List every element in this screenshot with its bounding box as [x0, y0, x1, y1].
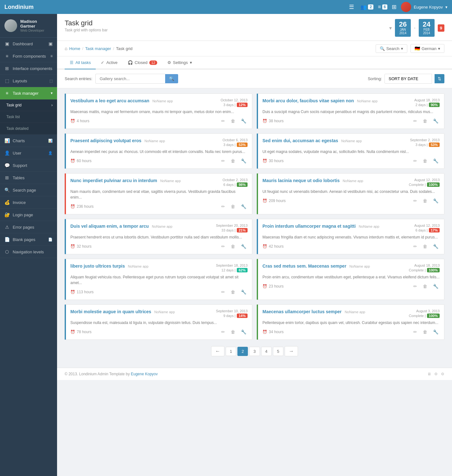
search-submit-button[interactable]: 🔍: [165, 74, 178, 83]
apps-icon[interactable]: ⊞: [392, 3, 397, 10]
task-delete-btn-8[interactable]: 🗑: [229, 289, 236, 295]
task-settings-btn-3[interactable]: 🔧: [432, 158, 440, 164]
sorting-toggle-button[interactable]: ⇅: [435, 74, 444, 83]
task-edit-btn-0[interactable]: ✏: [220, 118, 226, 124]
task-settings-btn-0[interactable]: 🔧: [240, 118, 248, 124]
task-meta-8: September 18, 2013 12 days | 62%: [216, 263, 248, 272]
footer-author-link[interactable]: Eugene Kopyov: [131, 372, 158, 376]
sidebar-item-dashboard[interactable]: ▣ Dashboard ▣: [0, 38, 57, 50]
task-edit-btn-8[interactable]: ✏: [220, 289, 226, 295]
sidebar-item-navigation[interactable]: ⬡ Navigation levels: [0, 246, 57, 258]
date-arrow-left[interactable]: ▾: [389, 25, 392, 31]
sorting-select[interactable]: SORT BY DATE SORT BY NAME SORT BY PRIORI…: [384, 74, 432, 84]
footer-monitor-icon[interactable]: 🖥: [427, 372, 431, 376]
task-title-7[interactable]: Proin interdum ullamcorper magna et sagi…: [262, 224, 356, 229]
footer-settings-icon[interactable]: ⚙: [434, 372, 438, 376]
task-settings-btn-5[interactable]: 🔧: [432, 198, 440, 204]
task-edit-btn-2[interactable]: ✏: [220, 158, 226, 164]
task-title-0[interactable]: Vestibulum a leo eget arcu accumsan: [70, 98, 149, 103]
next-page-button[interactable]: →: [285, 346, 298, 356]
sidebar-item-invoice[interactable]: 💰 Invoice: [0, 196, 57, 209]
sidebar-item-layouts[interactable]: ⬚ Layouts ⬚: [0, 75, 57, 87]
sidebar-item-support[interactable]: 💬 Support: [0, 159, 57, 172]
sidebar-item-task-grid[interactable]: Task grid ›: [0, 99, 57, 111]
task-title-5[interactable]: Mauris lacinia neque ut odio lobortis: [262, 178, 339, 183]
sidebar-item-form[interactable]: ≡ Form components ≡: [0, 50, 57, 62]
sidebar-item-error[interactable]: ⚠ Error pages: [0, 221, 57, 233]
task-delete-btn-5[interactable]: 🗑: [422, 198, 429, 204]
task-delete-btn-9[interactable]: 🗑: [422, 283, 429, 289]
sidebar-item-charts[interactable]: 📊 Charts 📊: [0, 135, 57, 147]
list-badge-group[interactable]: ≡ 6: [378, 4, 387, 10]
task-title-9[interactable]: Cras sed metus sem. Maecenas semper: [262, 263, 346, 269]
task-title-2[interactable]: Praesent adipiscing volutpat eros: [70, 138, 141, 143]
task-edit-btn-4[interactable]: ✏: [220, 203, 226, 210]
sidebar-item-search-page[interactable]: 🔍 Search page: [0, 184, 57, 196]
task-card-header-6: Duis vel aliquam enim, a tempor arcu NoN…: [70, 224, 248, 232]
task-title-4[interactable]: Nunc imperdiet pulvinar arcu in interdum: [70, 178, 157, 183]
task-footer-10: ⏰ 78 hours ✏ 🗑 🔧: [70, 329, 248, 335]
language-button[interactable]: 🇩🇪 German ▾: [410, 44, 444, 53]
users-badge-group[interactable]: 👥 2: [360, 4, 373, 10]
menu-icon[interactable]: ☰: [349, 3, 354, 10]
prev-page-button[interactable]: ←: [211, 346, 224, 356]
page-5-button[interactable]: 5: [273, 347, 283, 356]
sidebar-item-task-detailed[interactable]: Task detailed: [0, 123, 57, 135]
task-edit-btn-5[interactable]: ✏: [412, 198, 418, 204]
sidebar-item-tables[interactable]: ⊞ Tables: [0, 172, 57, 184]
task-edit-btn-3[interactable]: ✏: [412, 158, 418, 164]
page-1-button[interactable]: 1: [226, 347, 236, 356]
task-title-10[interactable]: Morbi molestie augue in quam ultrices: [70, 309, 151, 314]
task-delete-btn-11[interactable]: 🗑: [422, 329, 429, 335]
sidebar-item-blank[interactable]: 📄 Blank pages 📄: [0, 233, 57, 246]
page-3-button[interactable]: 3: [249, 347, 260, 356]
tab-active[interactable]: ✓ Active: [96, 56, 122, 69]
task-delete-btn-3[interactable]: 🗑: [422, 158, 429, 164]
task-edit-btn-10[interactable]: ✏: [220, 329, 226, 335]
task-settings-btn-1[interactable]: 🔧: [432, 118, 440, 124]
sidebar-item-user[interactable]: 👤 User 👤: [0, 147, 57, 159]
task-settings-btn-8[interactable]: 🔧: [240, 289, 248, 295]
task-settings-btn-6[interactable]: 🔧: [240, 243, 248, 250]
sidebar-item-task-manager[interactable]: ≡ Task manager ▾: [0, 87, 57, 99]
footer-gear-icon[interactable]: ⚙: [441, 372, 444, 376]
task-settings-btn-11[interactable]: 🔧: [432, 329, 440, 335]
task-settings-btn-10[interactable]: 🔧: [240, 329, 248, 335]
task-title-6[interactable]: Duis vel aliquam enim, a tempor arcu: [70, 224, 149, 229]
page-2-button[interactable]: 2: [237, 347, 248, 356]
task-delete-btn-1[interactable]: 🗑: [422, 118, 429, 124]
task-progress-10: 14%: [237, 314, 248, 318]
task-settings-btn-4[interactable]: 🔧: [240, 203, 248, 210]
task-title-3[interactable]: Sed enim dui, accumsan ac egestas: [262, 138, 338, 143]
task-title-11[interactable]: Maecenas ullamcorper luctus semper: [262, 309, 342, 314]
tab-all-tasks[interactable]: ☰ All tasks: [65, 56, 96, 69]
tab-settings[interactable]: ⚙ Settings ▾: [162, 56, 197, 69]
search-input[interactable]: [95, 74, 165, 84]
task-edit-btn-1[interactable]: ✏: [412, 118, 418, 124]
task-edit-btn-11[interactable]: ✏: [412, 329, 418, 335]
task-delete-btn-4[interactable]: 🗑: [229, 203, 236, 210]
task-delete-btn-6[interactable]: 🗑: [229, 243, 236, 250]
search-button[interactable]: 🔍 Search ▾: [376, 44, 407, 53]
task-edit-btn-7[interactable]: ✏: [412, 243, 418, 250]
task-delete-btn-0[interactable]: 🗑: [229, 118, 236, 124]
sidebar-label-interface: Interface components: [13, 66, 52, 71]
task-settings-btn-2[interactable]: 🔧: [240, 158, 248, 164]
sidebar-item-task-list[interactable]: Task list: [0, 111, 57, 123]
sidebar-item-interface[interactable]: ⊞ Interface components: [0, 62, 57, 75]
breadcrumb-home[interactable]: Home: [69, 46, 80, 51]
page-4-button[interactable]: 4: [261, 347, 272, 356]
task-edit-btn-9[interactable]: ✏: [412, 283, 418, 289]
task-delete-btn-2[interactable]: 🗑: [229, 158, 236, 164]
task-delete-btn-7[interactable]: 🗑: [422, 243, 429, 250]
tab-closed[interactable]: 🎧 Closed 12: [123, 56, 162, 69]
task-settings-btn-7[interactable]: 🔧: [432, 243, 440, 250]
task-edit-btn-6[interactable]: ✏: [220, 243, 226, 250]
user-menu[interactable]: Eugene Kopyov ▾: [401, 2, 448, 12]
task-delete-btn-10[interactable]: 🗑: [229, 329, 236, 335]
breadcrumb-task-manager[interactable]: Task manager: [85, 46, 111, 51]
task-title-1[interactable]: Morbi arcu dolor, faucibus vitae sapien …: [262, 98, 354, 103]
task-title-8[interactable]: libero justo ultrices turpis: [70, 263, 125, 269]
sidebar-item-login[interactable]: 🔐 Login page: [0, 209, 57, 221]
task-settings-btn-9[interactable]: 🔧: [432, 283, 440, 289]
